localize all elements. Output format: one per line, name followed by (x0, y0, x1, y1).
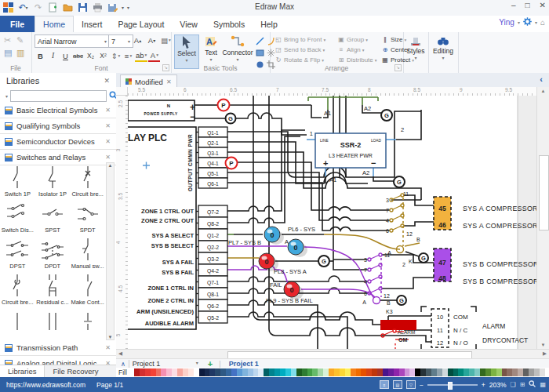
symbol-scrollbar[interactable]: ▲ ▼ (106, 162, 115, 340)
indicator-lamps[interactable]: 0000 (259, 227, 307, 299)
palette-swatch[interactable] (172, 368, 177, 376)
scroll-up-arrow-icon[interactable]: ▲ (537, 89, 549, 93)
copy-icon[interactable]: ▥ (16, 48, 24, 58)
palette-swatch[interactable] (318, 368, 323, 376)
library-item-basic-electrical-symbols[interactable]: Basic Electrical Symbols✕ (0, 103, 116, 118)
palette-swatch[interactable] (394, 368, 399, 376)
arrange-align-button[interactable]: ≡Align▾ (337, 46, 365, 53)
palette-swatch[interactable] (529, 368, 534, 376)
palette-swatch[interactable] (302, 368, 307, 376)
palette-swatch[interactable] (280, 368, 285, 376)
paste-icon[interactable]: ▤ (4, 48, 12, 58)
palette-swatch[interactable] (205, 368, 210, 376)
text-tool-button[interactable]: A Text▾ (201, 34, 221, 67)
library-close-icon[interactable]: ✕ (105, 122, 111, 129)
editing-button[interactable]: Editing▾ (428, 35, 458, 60)
arrange-send-to-back-button[interactable]: ◲Send to Back▾ (274, 46, 325, 53)
palette-swatch[interactable] (161, 368, 166, 376)
grid-icon[interactable]: ▦ (540, 381, 546, 388)
font-size-select[interactable]: 7▾ (108, 34, 133, 48)
scroll-right-arrow-icon[interactable]: ▶ (543, 350, 547, 357)
symbol-partial[interactable] (0, 307, 35, 340)
palette-swatch[interactable] (312, 368, 318, 376)
palette-swatch[interactable] (220, 368, 226, 376)
palette-swatch[interactable] (258, 368, 264, 376)
palette-swatch[interactable] (291, 368, 296, 376)
palette-swatch[interactable] (199, 368, 205, 376)
palette-swatch[interactable] (145, 368, 151, 376)
symbol-partial[interactable] (35, 307, 71, 340)
shrink-font-button[interactable]: A▾ (146, 34, 158, 45)
highlight-color-button[interactable]: ab▾ (135, 49, 147, 62)
palette-swatch[interactable] (183, 368, 188, 376)
gear-icon[interactable] (523, 17, 532, 27)
palette-swatch[interactable] (237, 368, 242, 376)
palette-swatch[interactable] (405, 368, 410, 376)
load-box-sys-a[interactable]: 45 46 (434, 197, 451, 230)
home-icon[interactable]: ⌂ (540, 18, 545, 27)
gear-caret-icon[interactable]: ▾ (535, 20, 537, 25)
library-close-icon[interactable]: ✕ (105, 154, 111, 161)
zoom-in-button[interactable]: + (482, 381, 485, 389)
dry-contact-terminal[interactable]: 10 11 12 COM N / C N / O ALARM DRYCONTAC… (421, 307, 528, 349)
terminal-stack-io[interactable]: Q7-2Q8-2Q1-2Q2-2Q3-2Q4-2Q7-1Q8-1Q6-2Q5-2 (196, 205, 227, 323)
library-menu-caret[interactable]: ▾ (5, 93, 8, 99)
ribbon-tab-symbols[interactable]: Symbols (205, 16, 253, 32)
symbol-residual-c[interactable]: Residual c... (35, 270, 71, 307)
user-caret-icon[interactable]: ▾ (518, 20, 520, 25)
format-painter-icon[interactable]: ✎ (16, 35, 24, 45)
line-spacing-button[interactable]: ⇕▾ (110, 50, 122, 61)
horizontal-scrollbar[interactable]: ◀ ▶ (116, 349, 549, 358)
symbol-circuit-bre[interactable]: Circuit bre... (70, 162, 105, 198)
vertical-scrollbar[interactable]: ▲ ▼ (536, 87, 549, 349)
align-text-button[interactable]: ▤▾ (160, 34, 172, 45)
ribbon-tab-page-layout[interactable]: Page Layout (110, 16, 172, 32)
palette-swatch[interactable] (156, 368, 162, 376)
symbol-circuit-bre[interactable]: Circuit bre... (0, 270, 35, 307)
palette-swatch[interactable] (307, 368, 313, 376)
symbol-partial[interactable] (70, 307, 105, 340)
palette-swatch[interactable] (502, 368, 507, 376)
library-close-icon[interactable]: ✕ (105, 138, 111, 145)
document-tab-close-icon[interactable]: ✕ (166, 78, 172, 85)
library-item-transmission-path[interactable]: Transmission Path✕ (0, 340, 116, 356)
palette-swatch[interactable] (464, 368, 469, 376)
palette-swatch[interactable] (420, 368, 426, 376)
palette-swatch[interactable] (437, 368, 442, 376)
strikethrough-button[interactable]: abc (72, 50, 84, 61)
palette-swatch[interactable] (151, 368, 156, 376)
vertical-ruler[interactable]: 2.533.544.55 (116, 96, 129, 349)
palette-swatch[interactable] (345, 368, 351, 376)
palette-swatch[interactable] (329, 368, 334, 376)
connector-tool-button[interactable]: Connector▾ (223, 34, 253, 67)
palette-swatch[interactable] (226, 368, 231, 376)
scroll-left-arrow-icon[interactable]: ◀ (118, 350, 122, 357)
library-item-qualifying-symbols[interactable]: Qualifying Symbols✕ (0, 118, 116, 134)
palette-swatch[interactable] (253, 368, 259, 376)
palette-swatch[interactable] (242, 368, 248, 376)
palette-swatch[interactable] (458, 368, 464, 376)
palette-swatch[interactable] (518, 368, 523, 376)
palette-swatch[interactable] (409, 368, 415, 376)
search-input[interactable] (10, 90, 107, 102)
palette-swatch[interactable] (274, 368, 280, 376)
palette-swatch[interactable] (269, 368, 274, 376)
symbol-make-cont[interactable]: Make Cont... (70, 270, 105, 307)
palette-swatch[interactable] (323, 368, 329, 376)
font-name-select[interactable]: Arial Narrow▾ (35, 34, 110, 48)
page-tab-caret[interactable]: ▾ (196, 360, 198, 368)
library-close-icon[interactable]: ✕ (105, 107, 111, 114)
arrange-group-button[interactable]: ▣Group▾ (337, 36, 368, 43)
arrange-dialog-launcher[interactable]: ↘ (394, 64, 402, 71)
fit-width-icon[interactable]: ⊞ (520, 381, 525, 388)
wires-black[interactable] (195, 96, 434, 349)
arrange-rotate-flip-button[interactable]: ↻Rotate & Flip▾ (274, 56, 324, 64)
status-url[interactable]: https://www.edrawsoft.com (6, 381, 85, 389)
palette-swatch[interactable] (399, 368, 405, 376)
palette-swatch[interactable] (534, 368, 540, 376)
ribbon-tab-insert[interactable]: Insert (74, 16, 110, 32)
palette-swatch[interactable] (334, 368, 340, 376)
palette-swatch[interactable] (491, 368, 496, 376)
font-color-button[interactable]: A▾ (148, 49, 160, 62)
palette-swatch[interactable] (474, 368, 480, 376)
